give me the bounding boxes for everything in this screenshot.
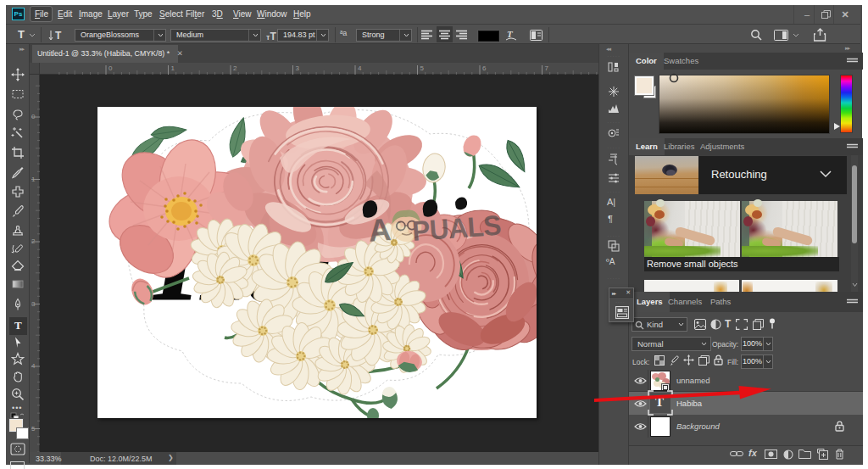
svg-text:5: 5 xyxy=(31,425,36,433)
svg-text:1: 1 xyxy=(171,64,175,72)
svg-text:A: A xyxy=(367,212,392,248)
svg-text:5: 5 xyxy=(420,64,425,72)
svg-text:PUALS: PUALS xyxy=(411,209,502,247)
svg-text:T: T xyxy=(507,29,514,39)
svg-text:1: 1 xyxy=(31,176,36,183)
svg-text:2: 2 xyxy=(31,237,36,245)
svg-text:0: 0 xyxy=(108,64,113,72)
svg-text:T: T xyxy=(55,30,62,42)
svg-text:3: 3 xyxy=(31,300,36,308)
svg-text:6: 6 xyxy=(482,64,487,72)
svg-text:7: 7 xyxy=(545,64,549,72)
svg-text:4: 4 xyxy=(31,362,36,370)
svg-text:2: 2 xyxy=(233,64,237,72)
svg-text:0: 0 xyxy=(31,113,36,120)
svg-text:4: 4 xyxy=(358,64,362,72)
svg-text:3: 3 xyxy=(296,64,300,72)
